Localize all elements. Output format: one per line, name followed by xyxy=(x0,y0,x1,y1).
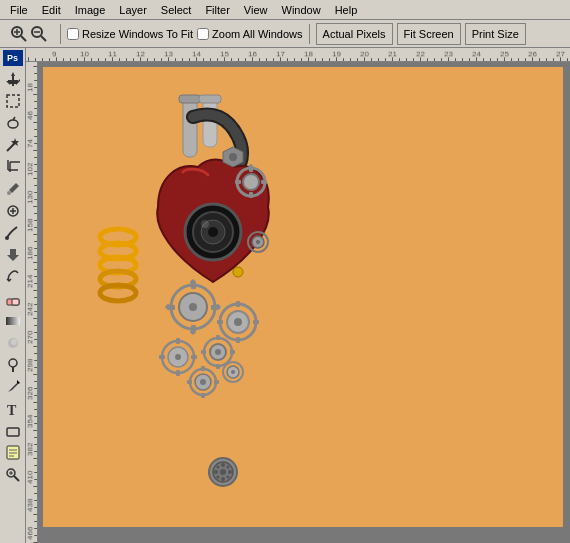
note-tool[interactable] xyxy=(2,442,24,464)
history-brush-tool[interactable] xyxy=(2,266,24,288)
menu-filter[interactable]: Filter xyxy=(199,0,235,19)
marquee-rect-tool[interactable] xyxy=(2,90,24,112)
gradient-tool[interactable] xyxy=(2,310,24,332)
shape-tool[interactable] xyxy=(2,420,24,442)
svg-point-90 xyxy=(175,354,181,360)
text-tool[interactable]: T xyxy=(2,398,24,420)
svg-point-26 xyxy=(11,339,17,345)
print-size-button[interactable]: Print Size xyxy=(465,23,526,45)
svg-text:T: T xyxy=(7,403,17,417)
dodge-tool[interactable] xyxy=(2,354,24,376)
svg-rect-87 xyxy=(230,350,235,354)
menu-select[interactable]: Select xyxy=(155,0,198,19)
zoom-icon xyxy=(10,25,28,43)
zoom-tool-toolbox[interactable] xyxy=(2,464,24,486)
svg-rect-31 xyxy=(7,428,19,436)
svg-point-52 xyxy=(208,227,218,237)
resize-windows-input[interactable] xyxy=(67,28,79,40)
menu-window[interactable]: Window xyxy=(276,0,327,19)
fit-screen-button[interactable]: Fit Screen xyxy=(397,23,461,45)
move-tool[interactable] xyxy=(2,68,24,90)
svg-point-113 xyxy=(214,470,218,474)
svg-rect-99 xyxy=(201,393,205,398)
actual-pixels-button[interactable]: Actual Pixels xyxy=(316,23,393,45)
heal-brush-tool[interactable] xyxy=(2,200,24,222)
svg-line-1 xyxy=(21,36,26,41)
resize-windows-checkbox[interactable]: Resize Windows To Fit xyxy=(67,28,193,40)
eraser-tool[interactable] xyxy=(2,288,24,310)
svg-rect-91 xyxy=(176,338,180,344)
canvas-container xyxy=(38,62,570,543)
svg-point-104 xyxy=(231,370,235,374)
svg-rect-58 xyxy=(235,180,241,184)
zoom-tool-icon[interactable] xyxy=(4,23,54,45)
svg-point-21 xyxy=(5,236,9,240)
svg-rect-23 xyxy=(12,299,19,305)
brush-tool[interactable] xyxy=(2,222,24,244)
svg-point-111 xyxy=(221,463,225,467)
ruler-top xyxy=(24,48,570,62)
menu-view[interactable]: View xyxy=(238,0,274,19)
svg-point-44 xyxy=(100,285,136,301)
svg-rect-93 xyxy=(159,355,165,359)
zoom-out-icon xyxy=(30,25,48,43)
svg-rect-86 xyxy=(201,350,206,354)
svg-line-5 xyxy=(41,36,46,41)
menu-help[interactable]: Help xyxy=(329,0,364,19)
svg-point-53 xyxy=(201,220,209,228)
zoom-all-label: Zoom All Windows xyxy=(212,28,302,40)
toolbox: Ps xyxy=(0,48,26,543)
svg-rect-92 xyxy=(176,370,180,376)
svg-point-83 xyxy=(215,349,221,355)
svg-rect-8 xyxy=(7,95,19,107)
svg-point-119 xyxy=(220,469,226,475)
svg-point-9 xyxy=(8,120,18,128)
menu-bar: File Edit Image Layer Select Filter View… xyxy=(0,0,570,20)
svg-rect-101 xyxy=(214,380,219,384)
svg-point-116 xyxy=(227,466,230,469)
magic-wand-tool[interactable] xyxy=(2,134,24,156)
menu-edit[interactable]: Edit xyxy=(36,0,67,19)
resize-windows-label: Resize Windows To Fit xyxy=(82,28,193,40)
svg-point-112 xyxy=(221,477,225,481)
canvas[interactable] xyxy=(43,67,563,527)
svg-rect-84 xyxy=(216,335,220,340)
clone-stamp-tool[interactable] xyxy=(2,244,24,266)
drain xyxy=(198,457,248,492)
svg-rect-47 xyxy=(179,95,201,103)
svg-marker-7 xyxy=(6,72,20,86)
pen-tool[interactable] xyxy=(2,376,24,398)
menu-layer[interactable]: Layer xyxy=(113,0,153,19)
svg-rect-85 xyxy=(216,364,220,369)
svg-rect-94 xyxy=(191,355,197,359)
ps-badge: Ps xyxy=(3,50,23,66)
menu-image[interactable]: Image xyxy=(69,0,112,19)
svg-rect-48 xyxy=(199,95,221,103)
svg-rect-79 xyxy=(217,320,223,324)
blur-tool[interactable] xyxy=(2,332,24,354)
zoom-all-checkbox[interactable]: Zoom All Windows xyxy=(197,28,302,40)
svg-point-17 xyxy=(7,191,11,195)
svg-rect-78 xyxy=(236,337,240,343)
svg-point-55 xyxy=(243,174,259,190)
illustration xyxy=(93,87,323,467)
menu-file[interactable]: File xyxy=(4,0,34,19)
crop-tool[interactable] xyxy=(2,156,24,178)
svg-point-107 xyxy=(256,240,260,244)
svg-point-115 xyxy=(217,466,220,469)
svg-rect-45 xyxy=(183,97,197,157)
svg-rect-57 xyxy=(249,192,253,198)
svg-point-114 xyxy=(228,470,232,474)
eyedropper-tool[interactable] xyxy=(2,178,24,200)
svg-rect-80 xyxy=(253,320,259,324)
svg-point-65 xyxy=(189,303,197,311)
ruler-left xyxy=(24,62,38,543)
svg-rect-59 xyxy=(261,180,267,184)
svg-marker-29 xyxy=(17,380,20,384)
zoom-all-input[interactable] xyxy=(197,28,209,40)
lasso-tool[interactable] xyxy=(2,112,24,134)
separator-1 xyxy=(60,24,61,44)
svg-rect-24 xyxy=(6,317,20,325)
svg-point-27 xyxy=(9,359,17,367)
svg-rect-77 xyxy=(236,301,240,307)
